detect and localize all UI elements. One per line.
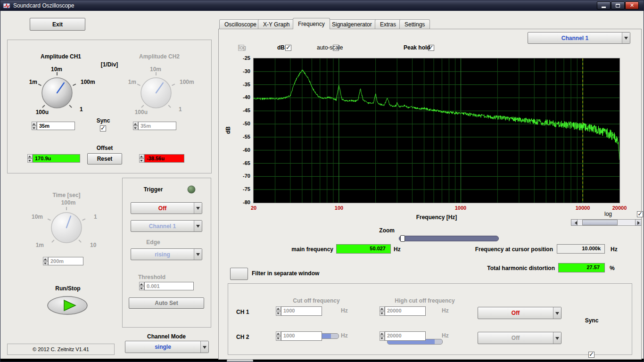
filter-ch1-label: CH 1 <box>236 309 249 315</box>
ch2-filter-mode-dropdown[interactable]: Off <box>478 332 561 344</box>
chevron-down-icon[interactable] <box>622 33 630 43</box>
channel-selector-dropdown[interactable]: Channel 1 <box>528 32 630 44</box>
scrollbar-thumb[interactable] <box>582 220 618 225</box>
knob2-label-100m: 100m <box>180 79 199 85</box>
time-spinner[interactable] <box>43 257 48 265</box>
trigger-edge-dropdown[interactable]: rising <box>131 248 202 260</box>
window-title: Soundcard Oszilloscope <box>13 2 74 9</box>
scroll-right-icon[interactable] <box>635 219 642 226</box>
per-div-label: [1/Div] <box>96 61 123 68</box>
ch1-cutoff-spinner[interactable] <box>276 306 281 316</box>
tab-xy-graph[interactable]: X-Y Graph <box>258 19 295 29</box>
exit-button[interactable]: Exit <box>30 18 85 31</box>
spectrum-plot[interactable] <box>253 58 620 203</box>
channel-mode-dropdown[interactable]: single <box>125 341 209 353</box>
ch1-high-cutoff-spinner[interactable] <box>380 306 385 316</box>
channel-mode-value: single <box>125 344 200 350</box>
run-stop-button[interactable] <box>47 296 88 315</box>
offset-ch2-value: -38.56u <box>144 154 184 163</box>
ch1-cutoff-control[interactable]: 1000 <box>276 306 322 316</box>
knob2-label-1: 1 <box>179 106 188 113</box>
ch1-high-cutoff-control[interactable]: 20000 <box>380 306 426 316</box>
ch1-filter-mode-dropdown[interactable]: Off <box>478 307 561 319</box>
threshold-label: Threshold <box>138 274 171 280</box>
time-title: Time [sec] <box>48 192 85 198</box>
ch1-filter-mode-value: Off <box>478 310 553 316</box>
trigger-edge-value: rising <box>131 251 194 258</box>
log-axis-checkbox[interactable] <box>637 211 643 217</box>
maximize-icon <box>616 4 620 8</box>
tab-frequency[interactable]: Frequency <box>293 18 330 29</box>
ch2-high-cutoff-spinner[interactable] <box>380 331 385 341</box>
chevron-down-icon[interactable] <box>194 221 202 231</box>
amplitude-ch2-control[interactable]: 35m <box>133 122 176 130</box>
ch1-high-cutoff-value[interactable]: 20000 <box>385 306 426 316</box>
close-icon: ✕ <box>630 3 634 8</box>
x-axis-label: Frequency [Hz] <box>406 213 467 221</box>
amplitude-ch1-value[interactable]: 35m <box>37 122 75 130</box>
main-frequency-value: 50.027 <box>336 244 391 254</box>
amplitude-ch2-knob[interactable] <box>134 71 178 115</box>
chevron-down-icon[interactable] <box>553 307 561 319</box>
ch2-cutoff-value[interactable]: 1000 <box>281 331 322 341</box>
time-label-10: 10 <box>90 242 101 248</box>
time-knob[interactable] <box>45 206 88 249</box>
offset-ch2-spinner[interactable] <box>139 154 144 163</box>
filter-sync-checkbox[interactable] <box>588 352 594 358</box>
app-icon <box>3 2 10 9</box>
zoom-slider[interactable] <box>399 236 499 241</box>
chevron-down-icon[interactable] <box>194 203 202 214</box>
threshold-spinner[interactable] <box>139 282 144 290</box>
trigger-led <box>187 185 196 196</box>
main-frequency-label: main frequency <box>286 246 333 253</box>
plot-hscrollbar[interactable] <box>571 219 642 226</box>
amplitude-ch2-spinner[interactable] <box>133 122 138 130</box>
taskbar-peek[interactable] <box>227 360 253 362</box>
threshold-control[interactable]: 0.001 <box>139 282 194 290</box>
channel-mode-label: Channel Mode <box>140 333 193 340</box>
ch2-cutoff-spinner[interactable] <box>276 331 281 341</box>
maximize-button[interactable] <box>611 1 625 9</box>
trigger-mode-dropdown[interactable]: Off <box>131 202 202 214</box>
offset-reset-button[interactable]: Reset <box>87 153 122 165</box>
chevron-down-icon[interactable] <box>200 341 208 353</box>
zoom-slider-thumb[interactable] <box>400 235 405 242</box>
log-checkbox-label: log <box>239 44 246 51</box>
amplitude-ch1-spinner[interactable] <box>32 122 37 130</box>
tab-settings[interactable]: Settings <box>399 19 430 29</box>
amplitude-ch1-knob[interactable] <box>35 71 79 115</box>
tab-oscilloscope[interactable]: Oscilloscope <box>219 19 262 29</box>
time-label-1: 1 <box>94 214 101 220</box>
sync-checkbox[interactable] <box>100 125 106 132</box>
auto-set-button[interactable]: Auto Set <box>129 297 204 309</box>
ch2-high-cutoff-value[interactable]: 20000 <box>385 331 426 341</box>
minimize-button[interactable] <box>597 1 611 9</box>
close-button[interactable]: ✕ <box>625 1 639 9</box>
trigger-channel-dropdown[interactable]: Channel 1 <box>131 220 202 232</box>
time-control[interactable]: 200m <box>43 257 83 265</box>
ch2-high-cutoff-unit: Hz <box>442 332 449 339</box>
scroll-left-icon[interactable] <box>571 219 578 226</box>
scrollbar-track[interactable] <box>578 219 635 226</box>
autoscale-checkbox-label: auto-scale <box>317 44 343 51</box>
ch1-cutoff-value[interactable]: 1000 <box>281 306 322 316</box>
offset-ch1-spinner[interactable] <box>27 154 33 163</box>
tab-extras[interactable]: Extras <box>375 19 401 29</box>
offset-label: Offset <box>91 145 119 151</box>
y-axis-label: dB <box>223 126 232 134</box>
ch2-cutoff-control[interactable]: 1000 <box>276 331 322 341</box>
chevron-down-icon[interactable] <box>553 332 561 344</box>
filter-window-button[interactable] <box>230 268 248 280</box>
app-window: Soundcard Oszilloscope ✕ Exit Amplitude … <box>0 0 644 362</box>
amplitude-ch2-value[interactable]: 35m <box>138 122 176 130</box>
tab-signalgenerator[interactable]: Signalgenerator <box>327 19 377 29</box>
ch2-filter-mode-value: Off <box>478 335 553 341</box>
ch2-high-cutoff-control[interactable]: 20000 <box>380 331 426 341</box>
time-value[interactable]: 200m <box>48 257 83 265</box>
filter-window-label: Filter in separate window <box>252 270 319 277</box>
threshold-value[interactable]: 0.001 <box>144 282 194 290</box>
amplitude-ch1-control[interactable]: 35m <box>32 122 75 130</box>
db-checkbox[interactable] <box>285 45 291 51</box>
knob2-label-100u: 100u <box>130 109 148 115</box>
chevron-down-icon[interactable] <box>194 249 202 260</box>
